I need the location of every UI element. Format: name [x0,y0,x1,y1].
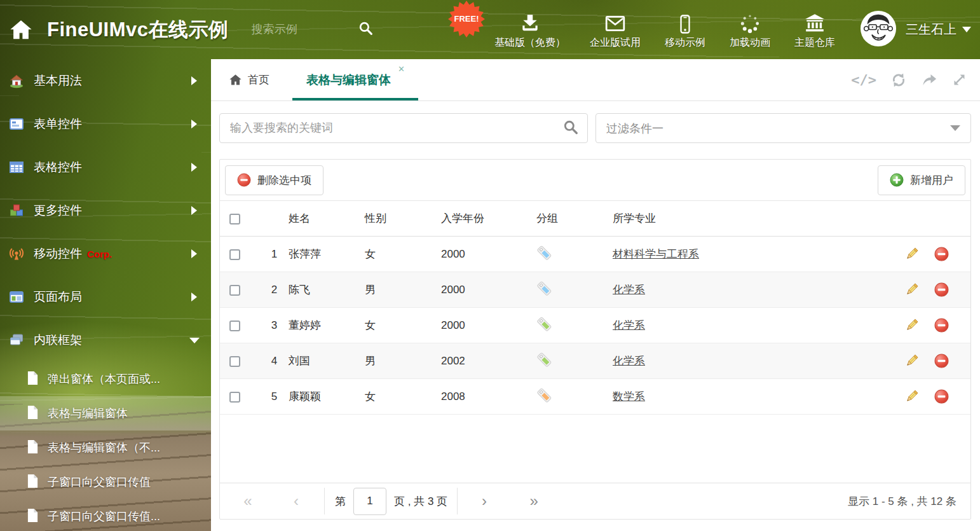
sidebar-item-iframe[interactable]: 内联框架 [0,319,211,362]
delete-selected-button[interactable]: 删除选中项 [225,165,323,195]
sidebar-item-form-controls[interactable]: 表单控件 [0,102,211,146]
cell-actions [894,318,970,333]
major-link[interactable]: 数学系 [613,390,645,403]
cell-name: 陈飞 [289,282,365,297]
plus-circle-icon [890,173,904,187]
sidebar-item-page-layout[interactable]: 页面布局 [0,275,211,319]
sidebar-subitem-child-to-parent[interactable]: 子窗口向父窗口传值 [0,465,211,499]
major-link[interactable]: 材料科学与工程系 [613,248,699,260]
row-checkbox[interactable] [229,249,240,260]
user-menu[interactable]: 三生石上 [860,10,971,50]
expand-icon[interactable] [951,72,967,88]
sidebar-subitem-child-to-parent-2[interactable]: 子窗口向父窗口传值... [0,499,211,531]
app-title: FineUIMvc在线示例 [47,17,229,43]
close-icon[interactable]: ✕ [398,64,405,74]
add-user-button[interactable]: 新增用户 [878,165,965,195]
share-icon[interactable] [921,72,937,88]
row-checkbox[interactable] [229,285,240,296]
edit-pencil-icon[interactable] [904,282,919,297]
sidebar: 基本用法 表单控件 表格控件 更多控件 移动控件 Corp. 页面布局 [0,59,211,531]
tab-grid-edit-window[interactable]: 表格与编辑窗体 ✕ [306,72,391,88]
first-page-button[interactable]: « [234,493,262,509]
major-link[interactable]: 化学系 [613,284,645,296]
sidebar-item-label: 更多控件 [34,202,82,219]
file-icon [27,474,39,491]
search-icon[interactable] [358,21,373,38]
cell-actions [894,389,970,404]
last-page-button[interactable]: » [520,493,548,509]
chevron-down-icon [950,125,960,131]
select-all-checkbox[interactable] [229,214,240,224]
cell-group [536,387,613,406]
sidebar-item-more-controls[interactable]: 更多控件 [0,189,211,232]
edit-pencil-icon[interactable] [904,354,919,368]
sidebar-subitem-popup-window[interactable]: 弹出窗体（本页面或... [0,362,211,396]
users-grid-panel: 删除选中项 新增用户 姓名 性别 入学年份 分组 所学专业 1 张萍萍 [219,159,971,520]
delete-row-icon[interactable] [934,247,949,261]
nav-item-basic-edition[interactable]: FREE! 基础版（免费） [494,10,566,50]
filter-dropdown[interactable]: 过滤条件一 [595,113,971,143]
edit-pencil-icon[interactable] [904,247,919,261]
cubes-icon [8,203,25,218]
table-row: 1 张萍萍 女 2000 材料科学与工程系 [220,237,970,272]
pagination-bar: « ‹ 第 页 , 共 3 页 › » 显示 1 - 5 条 , 共 12 条 [220,483,970,519]
file-icon [27,371,39,388]
chevron-right-icon [191,120,197,128]
refresh-icon[interactable] [890,72,907,88]
nav-item-mobile-demo[interactable]: 移动示例 [665,10,705,50]
cell-major: 化学系 [613,282,894,297]
chevron-right-icon [191,206,197,215]
edit-pencil-icon[interactable] [904,318,919,333]
row-checkbox[interactable] [229,356,240,367]
house-icon [8,73,25,88]
cell-major: 化学系 [613,354,894,368]
delete-row-icon[interactable] [934,389,949,404]
tab-bar: 首页 表格与编辑窗体 ✕ </> [211,59,980,101]
tag-icon [536,316,552,332]
nav-item-enterprise-trial[interactable]: 企业版试用 [590,10,641,50]
header-search-input[interactable] [250,22,352,37]
delete-row-icon[interactable] [934,282,949,297]
envelope-icon [604,10,626,34]
sidebar-item-grid-controls[interactable]: 表格控件 [0,146,211,189]
delete-row-icon[interactable] [934,354,949,368]
prev-page-button[interactable]: ‹ [282,493,310,509]
cell-actions [894,282,970,297]
keyword-search-input[interactable] [229,121,563,135]
table-row: 2 陈飞 男 2000 化学系 [220,272,970,308]
cell-major: 化学系 [613,318,894,333]
app-header: FineUIMvc在线示例 FREE! 基础版（免费） 企业版试用 [0,0,980,59]
sidebar-subitem-label: 表格与编辑窗体（不... [48,440,160,455]
bank-icon [804,10,826,34]
row-checkbox[interactable] [229,392,240,403]
sidebar-item-mobile-controls[interactable]: 移动控件 Corp. [0,232,211,275]
tab-active-label: 表格与编辑窗体 [306,73,391,86]
cell-year: 2000 [441,319,536,332]
tab-home[interactable]: 首页 [229,72,269,87]
free-badge: FREE! [447,0,486,38]
cell-group [536,316,613,335]
col-name: 姓名 [289,211,365,226]
row-number: 4 [260,355,289,368]
home-tab-icon [229,73,242,86]
sidebar-item-basic-usage[interactable]: 基本用法 [0,59,211,102]
search-icon[interactable] [563,120,578,137]
row-checkbox[interactable] [229,321,240,331]
page-number-input[interactable] [353,488,386,515]
cell-actions [894,354,970,368]
phone-icon [675,10,695,34]
chevron-down-icon [962,27,971,32]
home-icon[interactable] [9,18,33,42]
sidebar-subitem-grid-edit-window-2[interactable]: 表格与编辑窗体（不... [0,431,211,465]
tag-icon [536,245,552,261]
major-link[interactable]: 化学系 [613,319,645,331]
nav-item-loading-animation[interactable]: 加载动画 [730,10,770,50]
major-link[interactable]: 化学系 [613,355,645,367]
code-icon[interactable]: </> [851,72,876,88]
edit-pencil-icon[interactable] [904,389,919,404]
next-page-button[interactable]: › [470,493,498,509]
nav-item-theme-store[interactable]: 主题仓库 [794,10,835,50]
row-number: 3 [260,319,289,332]
delete-row-icon[interactable] [934,318,949,333]
sidebar-subitem-grid-edit-window[interactable]: 表格与编辑窗体 [0,396,211,431]
